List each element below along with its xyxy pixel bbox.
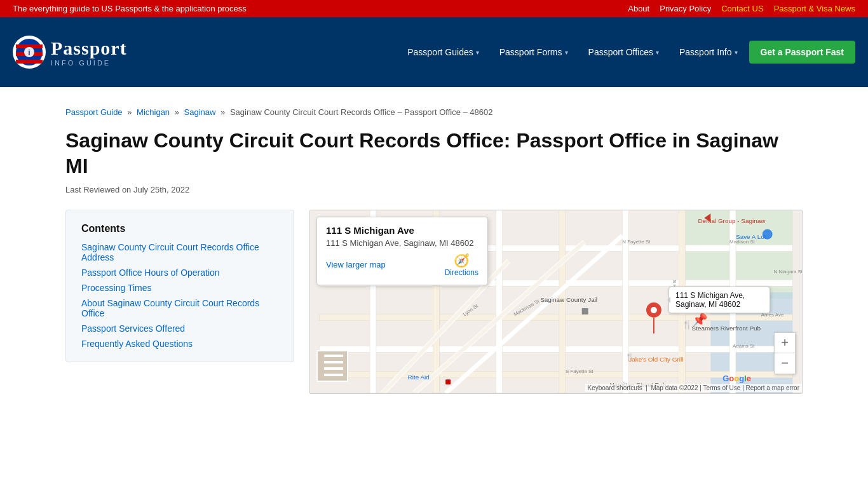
map-controls: + −	[774, 332, 796, 374]
chevron-down-icon: ▾	[476, 49, 479, 56]
list-item: Processing Times	[81, 283, 278, 293]
svg-text:S Fayette St: S Fayette St	[566, 369, 593, 374]
map-popup-title: 111 S Michigan Ave	[326, 225, 478, 236]
breadcrumb-current: Saginaw County Circuit Court Records Off…	[230, 107, 493, 117]
top-bar-links: About Privacy Policy Contact US Passport…	[628, 4, 855, 13]
svg-rect-55	[324, 361, 343, 363]
directions-icon: 🧭	[454, 253, 470, 268]
svg-text:Adams St: Adams St	[733, 343, 755, 349]
top-bar-tagline: The everything guide to US Passports & t…	[13, 4, 247, 13]
contents-title: Contents	[81, 223, 278, 234]
contents-link-services[interactable]: Passport Services Offered	[81, 323, 185, 334]
logo-main: Passport	[51, 37, 127, 59]
contents-link-faq[interactable]: Frequently Asked Questions	[81, 339, 193, 349]
svg-text:N Niagara St: N Niagara St	[774, 269, 802, 274]
chevron-down-icon: ▾	[565, 49, 568, 56]
view-larger-map-link[interactable]: View larger map	[326, 260, 386, 269]
contact-link[interactable]: Contact US	[721, 4, 763, 13]
contents-link-address[interactable]: Saginaw County Circuit Court Records Off…	[81, 242, 259, 262]
map-popup: 111 S Michigan Ave 111 S Michigan Ave, S…	[316, 217, 488, 285]
svg-rect-47	[445, 379, 451, 384]
svg-text:Save A Lot: Save A Lot	[736, 233, 766, 240]
map-attribution: Keyboard shortcuts | Map data ©2022 | Te…	[585, 384, 802, 392]
breadcrumb-saginaw[interactable]: Saginaw	[184, 107, 216, 117]
list-item: Saginaw County Circuit Court Records Off…	[81, 242, 278, 262]
svg-rect-57	[324, 374, 343, 376]
about-link[interactable]: About	[628, 4, 649, 13]
svg-rect-18	[622, 210, 628, 393]
svg-rect-56	[324, 367, 343, 370]
contents-link-processing[interactable]: Processing Times	[81, 283, 151, 293]
chevron-down-icon: ▾	[735, 49, 738, 56]
main-nav: Passport Guides ▾ Passport Forms ▾ Passp…	[398, 41, 855, 64]
svg-text:i: i	[28, 48, 30, 57]
svg-rect-16	[496, 210, 503, 393]
directions-button[interactable]: 🧭 Directions	[445, 253, 478, 277]
svg-rect-12	[320, 346, 793, 352]
nav-passport-offices[interactable]: Passport Offices ▾	[580, 42, 668, 62]
svg-point-44	[763, 229, 773, 239]
list-item: About Saginaw County Circuit Court Recor…	[81, 298, 278, 318]
breadcrumb-sep2: »	[175, 107, 182, 117]
map-container[interactable]: S Bond St S Porter St Lyon St Mackinaw S…	[309, 210, 803, 394]
top-bar: The everything guide to US Passports & t…	[0, 0, 868, 17]
last-reviewed: Last Reviewed on July 25th, 2022	[65, 185, 803, 194]
list-item: Passport Services Offered	[81, 323, 278, 334]
breadcrumb: Passport Guide » Michigan » Saginaw » Sa…	[65, 106, 803, 119]
map-thumbnail[interactable]	[316, 350, 348, 382]
news-link[interactable]: Passport & Visa News	[774, 4, 855, 13]
svg-text:N Fayette St: N Fayette St	[622, 238, 651, 244]
map-info-callout: 111 S Michigan Ave, Saginaw, MI 48602	[668, 287, 770, 313]
svg-text:Saginaw County Jail: Saginaw County Jail	[540, 296, 597, 303]
list-item: Passport Office Hours of Operation	[81, 268, 278, 278]
nav-passport-info[interactable]: Passport Info ▾	[670, 42, 747, 62]
svg-point-50	[651, 306, 657, 313]
svg-text:Rite Aid: Rite Aid	[408, 374, 430, 381]
map-popup-actions: View larger map 🧭 Directions	[326, 253, 478, 277]
svg-rect-11	[320, 314, 793, 320]
breadcrumb-passport-guide[interactable]: Passport Guide	[65, 107, 123, 117]
logo-icon: i	[13, 36, 46, 69]
privacy-link[interactable]: Privacy Policy	[660, 4, 711, 13]
logo-sub: INFO GUIDE	[51, 59, 127, 67]
svg-rect-3	[16, 60, 43, 64]
breadcrumb-sep: »	[127, 107, 134, 117]
map-popup-address: 111 S Michigan Ave, Saginaw, MI 48602	[326, 238, 478, 248]
svg-rect-13	[320, 371, 793, 377]
svg-rect-54	[324, 355, 343, 357]
logo-text: Passport INFO GUIDE	[51, 37, 127, 67]
contents-box: Contents Saginaw County Circuit Court Re…	[65, 210, 294, 362]
svg-text:📌: 📌	[692, 311, 708, 327]
google-logo: Google	[722, 374, 751, 383]
contents-list: Saginaw County Circuit Court Records Off…	[81, 242, 278, 349]
two-col-layout: Contents Saginaw County Circuit Court Re…	[65, 210, 803, 394]
content-wrapper: Passport Guide » Michigan » Saginaw » Sa…	[53, 87, 815, 407]
nav-passport-forms[interactable]: Passport Forms ▾	[491, 42, 577, 62]
contents-link-about[interactable]: About Saginaw County Circuit Court Recor…	[81, 298, 259, 318]
list-item: Frequently Asked Questions	[81, 339, 278, 349]
map-zoom-out-button[interactable]: −	[775, 353, 795, 374]
breadcrumb-michigan[interactable]: Michigan	[137, 107, 170, 117]
svg-rect-45	[582, 308, 588, 314]
contents-link-hours[interactable]: Passport Office Hours of Operation	[81, 268, 220, 278]
map-background: S Bond St S Porter St Lyon St Mackinaw S…	[310, 210, 802, 393]
svg-text:🍴: 🍴	[682, 319, 692, 329]
header: i Passport INFO GUIDE Passport Guides ▾ …	[0, 17, 868, 87]
svg-text:🍴: 🍴	[625, 352, 635, 362]
svg-text:Jake's Old City Grill: Jake's Old City Grill	[628, 356, 683, 363]
map-zoom-in-button[interactable]: +	[775, 333, 795, 353]
logo: i Passport INFO GUIDE	[13, 36, 127, 69]
chevron-down-icon: ▾	[656, 49, 659, 56]
nav-passport-guides[interactable]: Passport Guides ▾	[398, 42, 488, 62]
breadcrumb-sep3: »	[220, 107, 227, 117]
page-title: Saginaw County Circuit Court Records Off…	[65, 128, 803, 179]
get-passport-fast-button[interactable]: Get a Passport Fast	[749, 41, 856, 64]
